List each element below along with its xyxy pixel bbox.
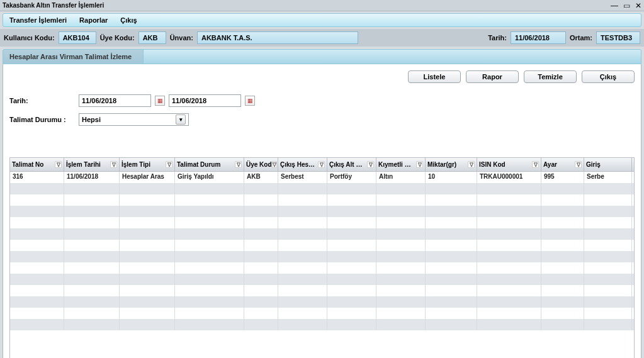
cell-talimat-durum: Giriş Yapıldı bbox=[175, 172, 244, 183]
table-row bbox=[10, 274, 634, 285]
durum-value: Hepsi bbox=[82, 116, 101, 123]
kullanici-value: AKB104 bbox=[59, 31, 96, 44]
filter-icon[interactable]: ∇ bbox=[468, 161, 475, 168]
main-panel: Listele Rapor Temizle Çıkış Tarih: ▦ ▦ T… bbox=[3, 64, 641, 358]
col-uye-kod[interactable]: Üye Kod∇ bbox=[244, 158, 278, 171]
col-kiymetli[interactable]: Kıymetli …∇ bbox=[376, 158, 426, 171]
ortam-label: Ortam: bbox=[570, 34, 592, 42]
cell-talimat-no: 316 bbox=[10, 172, 64, 183]
filters: Tarih: ▦ ▦ Talimat Durumu : Hepsi ▾ bbox=[9, 94, 635, 126]
cell-islem-tipi: Hesaplar Aras bbox=[120, 172, 175, 183]
col-cikis-alt[interactable]: Çıkış Alt …∇ bbox=[327, 158, 376, 171]
cell-isin: TRKAU000001 bbox=[477, 172, 541, 183]
kullanici-label: Kullanıcı Kodu: bbox=[4, 34, 55, 42]
filter-icon[interactable]: ∇ bbox=[575, 161, 582, 168]
cikis-button[interactable]: Çıkış bbox=[582, 70, 635, 83]
minimize-icon[interactable]: — bbox=[611, 1, 618, 10]
unvan-label: Ünvan: bbox=[170, 34, 193, 42]
table-row bbox=[10, 217, 634, 228]
temizle-button[interactable]: Temizle bbox=[524, 70, 577, 83]
cell-uye-kod: AKB bbox=[244, 172, 278, 183]
col-talimat-durum[interactable]: Talimat Durum∇ bbox=[175, 158, 244, 171]
col-islem-tarihi[interactable]: İşlem Tarihi∇ bbox=[64, 158, 120, 171]
col-cikis-hes[interactable]: Çıkış Hes…∇ bbox=[278, 158, 327, 171]
uye-value: AKB bbox=[138, 31, 166, 44]
col-ayar[interactable]: Ayar∇ bbox=[541, 158, 584, 171]
cell-cikis-alt: Portföy bbox=[327, 172, 376, 183]
table-row bbox=[10, 240, 634, 251]
table-row bbox=[10, 285, 634, 296]
cell-cikis-hes: Serbest bbox=[278, 172, 327, 183]
table-row bbox=[10, 308, 634, 319]
cell-islem-tarihi: 11/06/2018 bbox=[64, 172, 120, 183]
table-row bbox=[10, 319, 634, 330]
filter-icon[interactable]: ∇ bbox=[318, 161, 325, 168]
calendar-icon[interactable]: ▦ bbox=[245, 96, 255, 106]
menu-cikis[interactable]: Çıkış bbox=[120, 16, 137, 24]
menubar: Transfer İşlemleri Raporlar Çıkış bbox=[3, 13, 641, 27]
tab-virman-izleme[interactable]: Hesaplar Arası Virman Talimat İzleme bbox=[3, 50, 144, 64]
table-row bbox=[10, 251, 634, 262]
tarih-label: Tarih: bbox=[488, 34, 507, 42]
grid-body: 316 11/06/2018 Hesaplar Aras Giriş Yapıl… bbox=[10, 172, 634, 358]
maximize-icon[interactable]: ▭ bbox=[623, 1, 630, 10]
filter-icon[interactable]: ∇ bbox=[110, 161, 117, 168]
table-row bbox=[10, 262, 634, 274]
cell-giris: Serbe bbox=[584, 172, 632, 183]
unvan-value: AKBANK T.A.S. bbox=[197, 31, 358, 44]
menu-raporlar[interactable]: Raporlar bbox=[79, 16, 108, 24]
ortam-value: TESTDB3 bbox=[596, 31, 640, 44]
menu-transfer[interactable]: Transfer İşlemleri bbox=[9, 16, 67, 24]
calendar-icon[interactable]: ▦ bbox=[155, 96, 165, 106]
filter-icon[interactable]: ∇ bbox=[235, 161, 242, 168]
col-isin[interactable]: ISIN Kod∇ bbox=[477, 158, 541, 171]
tabstrip: Hesaplar Arası Virman Talimat İzleme bbox=[3, 49, 641, 64]
filter-icon[interactable]: ∇ bbox=[55, 161, 62, 168]
infobar: Kullanıcı Kodu: AKB104 Üye Kodu: AKB Ünv… bbox=[0, 29, 644, 47]
titlebar: Takasbank Altın Transfer İşlemleri — ▭ ✕ bbox=[0, 0, 644, 11]
filter-icon[interactable]: ∇ bbox=[532, 161, 539, 168]
filter-icon[interactable]: ∇ bbox=[166, 161, 172, 168]
window-title: Takasbank Altın Transfer İşlemleri bbox=[3, 2, 104, 9]
tarih-value: 11/06/2018 bbox=[511, 31, 566, 44]
data-grid: Talimat No∇ İşlem Tarihi∇ İşlem Tipi∇ Ta… bbox=[9, 157, 635, 358]
filter-icon[interactable]: ∇ bbox=[272, 161, 277, 168]
table-row bbox=[10, 206, 634, 217]
cell-ayar: 995 bbox=[541, 172, 584, 183]
rapor-button[interactable]: Rapor bbox=[466, 70, 519, 83]
filter-durum-label: Talimat Durumu : bbox=[9, 116, 79, 123]
col-talimat-no[interactable]: Talimat No∇ bbox=[10, 158, 64, 171]
table-row bbox=[10, 296, 634, 308]
col-islem-tipi[interactable]: İşlem Tipi∇ bbox=[120, 158, 175, 171]
cell-kiymetli: Altın bbox=[376, 172, 426, 183]
tarih-from-input[interactable] bbox=[79, 94, 151, 107]
window-controls: — ▭ ✕ bbox=[611, 1, 641, 10]
cell-miktar: 10 bbox=[426, 172, 477, 183]
table-row bbox=[10, 228, 634, 240]
col-giris[interactable]: Giriş bbox=[584, 158, 632, 171]
filter-icon[interactable]: ∇ bbox=[367, 161, 374, 168]
uye-label: Üye Kodu: bbox=[100, 34, 135, 42]
close-icon[interactable]: ✕ bbox=[635, 1, 641, 10]
tab-label: Hesaplar Arası Virman Talimat İzleme bbox=[9, 53, 132, 60]
tarih-to-input[interactable] bbox=[169, 94, 241, 107]
table-row bbox=[10, 194, 634, 206]
chevron-down-icon: ▾ bbox=[176, 115, 186, 125]
durum-select[interactable]: Hepsi ▾ bbox=[79, 113, 189, 126]
grid-header: Talimat No∇ İşlem Tarihi∇ İşlem Tipi∇ Ta… bbox=[10, 158, 634, 172]
filter-tarih-label: Tarih: bbox=[9, 97, 79, 104]
table-row[interactable]: 316 11/06/2018 Hesaplar Aras Giriş Yapıl… bbox=[10, 172, 634, 183]
listele-button[interactable]: Listele bbox=[408, 70, 461, 83]
table-row bbox=[10, 183, 634, 194]
action-buttons: Listele Rapor Temizle Çıkış bbox=[9, 70, 635, 83]
col-miktar[interactable]: Miktar(gr)∇ bbox=[426, 158, 477, 171]
filter-icon[interactable]: ∇ bbox=[416, 161, 423, 168]
